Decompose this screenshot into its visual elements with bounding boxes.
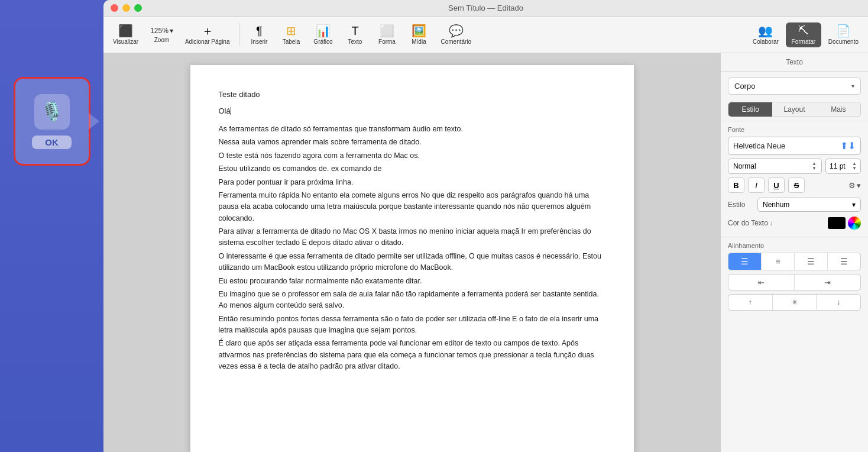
font-size-value: 11 pt <box>830 162 846 170</box>
panel-header: Texto <box>721 53 868 72</box>
font-selector[interactable]: Helvetica Neue ⬆⬇ <box>728 137 861 155</box>
estilo-row: Estilo Nenhum ▾ <box>728 198 861 212</box>
grafico-button[interactable]: 📊 Gráfico <box>308 22 338 47</box>
maximize-button[interactable] <box>134 4 142 12</box>
inserir-label: Inserir <box>251 38 268 45</box>
toolbar: ⬛ Visualizar 125% ▾ Zoom ＋ Adicionar Pág… <box>103 17 868 53</box>
fonte-label: Fonte <box>728 126 861 133</box>
gear-icon: ⚙ <box>848 181 856 190</box>
zoom-label: Zoom <box>154 37 170 43</box>
estilo-value: Nenhum <box>763 201 789 209</box>
font-size-selector[interactable]: 11 pt ▲ ▼ <box>825 159 861 174</box>
window-title: Sem Título — Editado <box>448 4 523 12</box>
dictation-widget[interactable]: 🎙️ OK <box>14 77 90 166</box>
font-style-value: Normal <box>733 162 756 170</box>
text-cursor <box>231 107 232 115</box>
midia-label: Mídia <box>412 38 426 45</box>
font-selector-chevron: ⬆⬇ <box>840 140 856 151</box>
midia-button[interactable]: 🖼️ Mídia <box>404 22 433 47</box>
visualizar-button[interactable]: ⬛ Visualizar <box>108 22 143 47</box>
tabela-icon: ⊞ <box>286 25 296 37</box>
color-swatch[interactable] <box>828 217 846 229</box>
stepper-down-icon[interactable]: ▼ <box>812 166 817 171</box>
style-selector[interactable]: Corpo ▾ <box>728 78 861 95</box>
colaborar-button[interactable]: 👥 Colaborar <box>748 22 783 47</box>
format-row: B I U S ⚙ ▾ <box>728 177 861 193</box>
right-panel: Texto Corpo ▾ Estilo Layout Mais Fonte H… <box>720 53 868 452</box>
doc-subheading: Olá <box>219 105 605 117</box>
chevron-down-icon: ▾ <box>851 83 854 89</box>
color-wheel-icon[interactable] <box>848 217 861 230</box>
comentario-icon: 💬 <box>449 25 464 37</box>
tab-mais[interactable]: Mais <box>817 102 860 117</box>
panel-tabs: Estilo Layout Mais <box>728 102 861 117</box>
font-size-steppers[interactable]: ▲ ▼ <box>852 162 857 171</box>
microphone-icon: 🎙️ <box>34 94 70 130</box>
tab-estilo[interactable]: Estilo <box>728 102 772 117</box>
texto-button[interactable]: T Texto <box>340 22 370 47</box>
align-center-button[interactable]: ≡ <box>762 253 795 270</box>
align-left-button[interactable]: ☰ <box>728 253 762 270</box>
documento-button[interactable]: 📄 Documento <box>824 22 863 47</box>
minimize-button[interactable] <box>122 4 130 12</box>
zoom-button[interactable]: 125% ▾ Zoom <box>145 24 178 46</box>
underline-button[interactable]: U <box>768 177 785 193</box>
add-page-button[interactable]: ＋ Adicionar Página <box>180 22 235 47</box>
sidebar: 🎙️ OK <box>0 0 103 452</box>
document-area[interactable]: Teste ditado Olá As ferramentas de ditad… <box>103 53 720 452</box>
documento-icon: 📄 <box>836 25 851 37</box>
estilo-dropdown[interactable]: Nenhum ▾ <box>757 198 861 212</box>
grafico-label: Gráfico <box>313 38 332 45</box>
spacing-down-button[interactable]: ↓ <box>817 295 860 310</box>
title-bar: Sem Título — Editado <box>103 0 868 17</box>
color-label: Cor do Texto ↕ <box>728 219 828 227</box>
forma-button[interactable]: ⬜ Forma <box>372 22 401 47</box>
inserir-icon: ¶ <box>256 25 263 37</box>
indent-decrease-button[interactable]: ⇤ <box>728 275 795 290</box>
font-style-selector[interactable]: Normal ▲ ▼ <box>728 159 822 174</box>
app-window: Sem Título — Editado ⬛ Visualizar 125% ▾… <box>103 0 868 452</box>
indent-increase-button[interactable]: ⇥ <box>795 275 860 290</box>
align-section: Alinhamento ☰ ≡ ☰ ☰ ⇤ ⇥ ↑ ✳ ↓ <box>721 237 868 313</box>
formatar-button[interactable]: ⛏ Formatar <box>786 22 821 47</box>
align-label: Alinhamento <box>728 242 861 249</box>
document-page[interactable]: Teste ditado Olá As ferramentas de ditad… <box>190 65 634 452</box>
window-controls <box>111 4 142 12</box>
formatar-icon: ⛏ <box>798 25 809 37</box>
strikethrough-button[interactable]: S <box>788 177 805 193</box>
align-justify-button[interactable]: ☰ <box>828 253 860 270</box>
toolbar-right: 👥 Colaborar ⛏ Formatar 📄 Documento <box>748 22 863 47</box>
formatar-label: Formatar <box>792 38 816 45</box>
style-name: Corpo <box>734 82 755 91</box>
close-button[interactable] <box>111 4 118 12</box>
font-style-steppers[interactable]: ▲ ▼ <box>812 162 817 171</box>
documento-label: Documento <box>828 38 859 45</box>
size-stepper-down-icon[interactable]: ▼ <box>852 166 857 171</box>
align-right-button[interactable]: ☰ <box>795 253 828 270</box>
colaborar-icon: 👥 <box>758 25 773 37</box>
indent-row: ⇤ ⇥ <box>728 274 861 290</box>
format-gear-button[interactable]: ⚙ ▾ <box>848 181 861 190</box>
comentario-label: Comentário <box>441 38 471 45</box>
color-label-arrows: ↕ <box>770 220 773 227</box>
font-style-row: Normal ▲ ▼ 11 pt ▲ ▼ <box>728 159 861 174</box>
texto-icon: T <box>351 25 358 37</box>
grafico-icon: 📊 <box>316 25 331 37</box>
ok-label[interactable]: OK <box>32 135 72 149</box>
spacing-asterisk-button[interactable]: ✳ <box>773 295 817 310</box>
spacing-up-button[interactable]: ↑ <box>728 295 773 310</box>
midia-icon: 🖼️ <box>412 25 426 37</box>
content-area: Teste ditado Olá As ferramentas de ditad… <box>103 53 868 452</box>
inserir-button[interactable]: ¶ Inserir <box>244 22 274 47</box>
texto-label: Texto <box>348 38 362 45</box>
color-row: Cor do Texto ↕ <box>728 217 861 230</box>
estilo-chevron-icon: ▾ <box>852 201 856 209</box>
visualizar-label: Visualizar <box>113 38 138 45</box>
tabela-button[interactable]: ⊞ Tabela <box>276 22 306 47</box>
tabela-label: Tabela <box>283 38 300 45</box>
bold-button[interactable]: B <box>728 177 744 193</box>
italic-button[interactable]: I <box>748 177 765 193</box>
visualizar-icon: ⬛ <box>118 25 133 37</box>
comentario-button[interactable]: 💬 Comentário <box>436 22 476 47</box>
tab-layout[interactable]: Layout <box>772 102 816 117</box>
